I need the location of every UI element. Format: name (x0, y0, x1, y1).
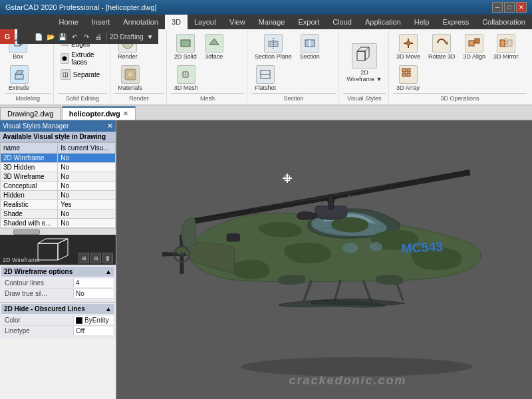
tab-home[interactable]: Home (52, 15, 84, 29)
style-name-cell: Hidden (1, 191, 58, 200)
flatshot-button[interactable]: Flatshot (251, 63, 279, 93)
materials-button[interactable]: Materials (114, 63, 146, 93)
rotate-3d-label: Rotate 3D (428, 53, 456, 60)
tab-3d[interactable]: 3D (165, 15, 188, 29)
preview-export-button[interactable]: ⊞ (78, 253, 89, 263)
tab-express[interactable]: Express (436, 15, 475, 29)
separate-button[interactable]: ◫ Separate (58, 68, 108, 81)
tab-annotation[interactable]: Annotation (116, 15, 165, 29)
3d-move-label: 3D Move (396, 53, 420, 60)
minimize-button[interactable]: ─ (492, 2, 503, 13)
styles-scrollbar[interactable] (0, 228, 116, 235)
2d-wireframe-icon (352, 43, 377, 68)
tab-help[interactable]: Help (408, 15, 436, 29)
color-row: Color ByEntity (3, 315, 113, 326)
section-label: Section (300, 53, 320, 60)
color-value[interactable]: ByEntity (73, 316, 113, 325)
style-row[interactable]: ConceptualNo (1, 182, 116, 191)
wireframe-options-title[interactable]: 2D Wireframe options ▲ (1, 267, 114, 277)
style-row[interactable]: ShadeNo (1, 209, 116, 219)
hide-lines-title[interactable]: 2D Hide - Obscured Lines ▲ (1, 304, 114, 314)
3d-mesh-button[interactable]: 3D Mesh (171, 63, 201, 93)
2d-solid-button[interactable]: 2D Solid (171, 32, 200, 62)
tab-insert[interactable]: Insert (85, 15, 117, 29)
tab-helicopter[interactable]: helicopter.dwg ✕ (62, 106, 136, 120)
linetype-value[interactable]: Off (73, 327, 113, 335)
open-button[interactable]: 📂 (45, 31, 56, 42)
svg-point-55 (347, 194, 350, 197)
color-swatch-box (76, 317, 82, 324)
workspace-dropdown[interactable]: ▼ (145, 31, 156, 42)
tab-view[interactable]: View (223, 15, 252, 29)
3d-move-button[interactable]: 3D Move (393, 32, 424, 62)
modeling-label: Modeling (5, 93, 51, 102)
tab-manage[interactable]: Manage (252, 15, 292, 29)
style-row[interactable]: HiddenNo (1, 191, 116, 200)
wireframe-options-content: Contour lines 4 Draw true sil... No (1, 277, 114, 301)
save-button[interactable]: 💾 (57, 31, 68, 42)
3d-mirror-button[interactable]: 3D Mirror (490, 32, 522, 62)
tab-application[interactable]: Application (358, 15, 408, 29)
preview-copy-button[interactable]: ⊟ (90, 253, 101, 263)
redo-button[interactable]: ↷ (81, 31, 92, 42)
visual-style-items: 2D Wireframe ▼ (343, 32, 386, 93)
section-plane-label: Section Plane (255, 53, 292, 60)
section-plane-button[interactable]: Section Plane (251, 32, 295, 62)
flatshot-icon (256, 65, 275, 84)
style-row[interactable]: 2D WireframeNo (1, 154, 116, 163)
svg-marker-22 (365, 47, 369, 61)
tab-close-icon[interactable]: ✕ (123, 110, 128, 117)
gstarcad-logo[interactable]: G (0, 29, 15, 44)
new-button[interactable]: 📄 (33, 31, 44, 42)
3d-mirror-icon (497, 34, 515, 53)
render-label: Render (118, 53, 138, 60)
panel-close-icon[interactable]: ✕ (107, 122, 113, 130)
render-label-group: Render (114, 93, 164, 102)
3dmesh-icon (177, 65, 196, 84)
3dface-button[interactable]: 3dface (201, 32, 227, 62)
group-mesh: 2D Solid 3dface 3D Mesh Mesh (168, 31, 247, 103)
tab-cloud[interactable]: Cloud (326, 15, 358, 29)
close-button[interactable]: ✕ (516, 2, 527, 13)
maximize-button[interactable]: □ (504, 2, 515, 13)
materials-icon (121, 65, 140, 84)
tab-export[interactable]: Export (291, 15, 326, 29)
3d-move-icon (399, 34, 418, 53)
3d-mirror-label: 3D Mirror (493, 53, 519, 60)
tab-collaboration[interactable]: Collaboration (475, 15, 532, 29)
extrude-icon (10, 65, 29, 84)
3d-align-button[interactable]: 3D Align (460, 32, 489, 62)
col-name-header: name (1, 143, 58, 154)
2d-wireframe-ribbon-button[interactable]: 2D Wireframe ▼ (343, 41, 386, 84)
style-row[interactable]: 3D WireframeNo (1, 172, 116, 182)
extrude-faces-button[interactable]: ⬢ Extrude faces (58, 50, 108, 67)
section-button[interactable]: Section (297, 32, 323, 62)
contour-lines-label: Contour lines (3, 279, 73, 287)
color-label: Color (3, 316, 73, 325)
window-controls: ─ □ ✕ (492, 2, 527, 13)
document-tabs: Drawing2.dwg helicopter.dwg ✕ (0, 106, 532, 120)
preview-delete-button[interactable]: 🗑 (102, 253, 113, 263)
style-current-cell: No (58, 209, 116, 219)
svg-rect-32 (500, 40, 505, 47)
svg-rect-37 (402, 73, 406, 76)
3d-array-button[interactable]: 3D Array (393, 63, 423, 93)
preview-icon-buttons: ⊞ ⊟ 🗑 (78, 253, 113, 263)
draw-true-sil-value[interactable]: No (73, 289, 113, 298)
drawing2-tab-label: Drawing2.dwg (7, 110, 54, 118)
tab-drawing2[interactable]: Drawing2.dwg (0, 107, 61, 120)
style-row[interactable]: RealisticYes (1, 200, 116, 209)
3d-align-label: 3D Align (464, 53, 486, 60)
draw-true-sil-row: Draw true sil... No (3, 289, 113, 299)
print-button[interactable]: 🖨 (93, 31, 104, 42)
extrude-button[interactable]: Extrude (5, 63, 33, 93)
contour-lines-value[interactable]: 4 (73, 279, 113, 287)
svg-rect-35 (402, 68, 406, 72)
group-visual-styles: 2D Wireframe ▼ Visual Styles (340, 31, 389, 103)
rotate-3d-button[interactable]: Rotate 3D (425, 32, 459, 62)
style-row[interactable]: Shaded with e...No (1, 219, 116, 228)
undo-button[interactable]: ↶ (69, 31, 80, 42)
viewport: MC543 crackedonic.com (116, 120, 532, 399)
style-row[interactable]: 3D HiddenNo (1, 163, 116, 172)
tab-layout[interactable]: Layout (188, 15, 223, 29)
